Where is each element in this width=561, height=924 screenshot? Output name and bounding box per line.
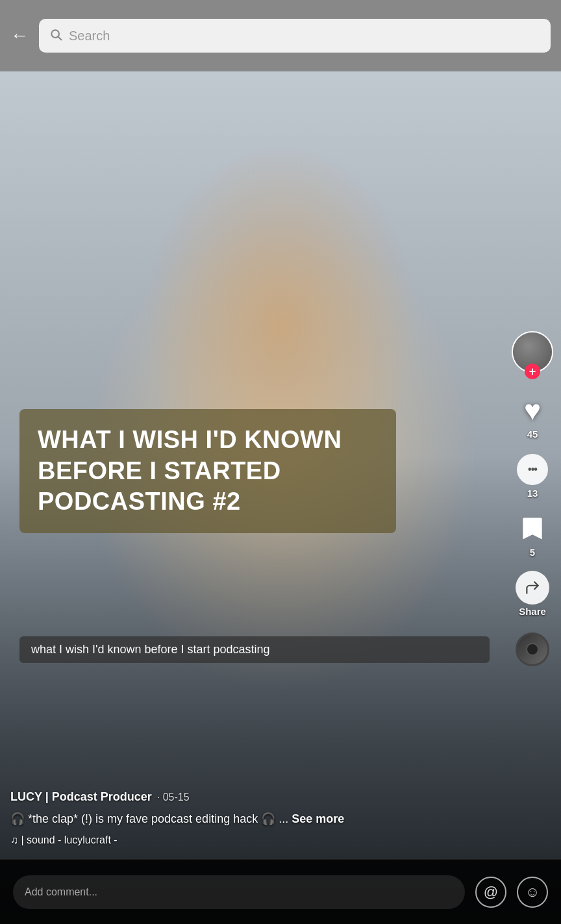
- heart-icon: ♥: [524, 394, 541, 427]
- username[interactable]: LUCY | Podcast Producer: [10, 790, 152, 804]
- creator-avatar-container[interactable]: +: [512, 331, 553, 379]
- bookmark-icon-container: [516, 512, 549, 545]
- mention-button[interactable]: @: [475, 877, 506, 908]
- comment-count: 13: [527, 488, 538, 499]
- comment-bar: Add comment... @ ☺: [0, 859, 561, 924]
- search-icon: [49, 28, 62, 44]
- top-bar: ← Search: [0, 0, 561, 71]
- video-description: 🎧 *the clap* (!) is my fave podcast edit…: [10, 810, 503, 828]
- subtitle-bar: what I wish I'd known before I start pod…: [19, 636, 490, 663]
- video-caption-text: WHAT I WISH I'D KNOWN BEFORE I STARTED P…: [38, 426, 342, 515]
- heart-icon-container: ♥: [516, 393, 549, 427]
- share-label: Share: [519, 606, 546, 617]
- emoji-icon: ☺: [525, 884, 540, 901]
- bookmark-count: 5: [530, 547, 535, 558]
- sound-text: ♫ | sound - lucylucraft -: [10, 834, 118, 846]
- share-icon: [524, 579, 541, 596]
- music-disc-outer: [516, 632, 549, 666]
- mention-icon: @: [484, 884, 498, 901]
- share-button[interactable]: Share: [516, 571, 549, 617]
- right-sidebar: + ♥ 45 ••• 13 5: [512, 331, 553, 677]
- back-button[interactable]: ←: [10, 25, 29, 46]
- comment-icon-container: •••: [516, 453, 549, 486]
- svg-line-1: [58, 36, 62, 40]
- bookmark-icon: [518, 514, 547, 543]
- video-caption-box: WHAT I WISH I'D KNOWN BEFORE I STARTED P…: [19, 409, 396, 533]
- post-date: · 05-15: [157, 792, 190, 803]
- bookmark-button[interactable]: 5: [516, 512, 549, 558]
- music-disc[interactable]: [516, 630, 549, 666]
- comment-button[interactable]: ••• 13: [516, 453, 549, 499]
- share-icon-container: [516, 571, 549, 605]
- comment-dots: •••: [528, 464, 537, 475]
- emoji-button[interactable]: ☺: [517, 877, 548, 908]
- video-area[interactable]: WHAT I WISH I'D KNOWN BEFORE I STARTED P…: [0, 71, 561, 924]
- music-disc-inner: [526, 643, 539, 656]
- username-line: LUCY | Podcast Producer · 05-15: [10, 790, 503, 804]
- bottom-info: LUCY | Podcast Producer · 05-15 🎧 *the c…: [10, 790, 503, 846]
- like-count: 45: [527, 429, 538, 440]
- see-more-button[interactable]: See more: [292, 812, 344, 825]
- follow-button[interactable]: +: [525, 364, 540, 379]
- comment-input[interactable]: Add comment...: [13, 875, 465, 909]
- search-bar[interactable]: Search: [39, 19, 551, 53]
- comment-placeholder: Add comment...: [25, 886, 97, 898]
- comment-icon: •••: [517, 454, 548, 485]
- sound-line[interactable]: ♫ | sound - lucylucraft -: [10, 834, 503, 846]
- like-button[interactable]: ♥ 45: [516, 393, 549, 440]
- share-icon-bg: [516, 571, 549, 605]
- subtitle-text: what I wish I'd known before I start pod…: [31, 643, 270, 656]
- description-text: 🎧 *the clap* (!) is my fave podcast edit…: [10, 812, 288, 825]
- search-placeholder: Search: [69, 29, 110, 44]
